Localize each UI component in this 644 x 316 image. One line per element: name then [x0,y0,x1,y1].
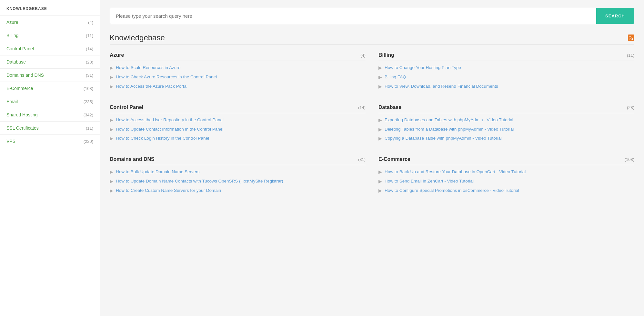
svg-point-0 [629,39,630,40]
kb-article[interactable]: ▶ How to Update Contact Information in t… [110,126,366,133]
kb-article[interactable]: ▶ Deleting Tables from a Database with p… [378,126,634,133]
article-icon: ▶ [378,117,382,123]
article-link[interactable]: How to Update Contact Information in the… [116,126,223,133]
sidebar-item-e-commerce[interactable]: E-Commerce (108) [0,82,100,95]
kb-article[interactable]: ▶ How to Check Azure Resources in the Co… [110,74,366,80]
sidebar-item-label: Azure [6,20,18,25]
sidebar-item-label: VPS [6,139,15,144]
article-link[interactable]: How to Access the User Repository in the… [116,117,224,123]
header-divider [110,44,634,44]
search-input[interactable] [110,8,596,24]
article-icon: ▶ [110,188,113,193]
kb-section-title: Control Panel [110,104,143,110]
sidebar-item-billing[interactable]: Billing (11) [0,29,100,42]
kb-article[interactable]: ▶ How to Send Email in ZenCart - Video T… [378,178,634,184]
sidebar-item-label: Email [6,99,18,104]
kb-section-header: Billing (11) [378,52,634,61]
article-link[interactable]: How to Update Domain Name Contacts with … [116,178,283,184]
sidebar-item-control-panel[interactable]: Control Panel (14) [0,42,100,55]
kb-section-billing: Billing (11) ▶ How to Change Your Hostin… [378,52,634,93]
article-link[interactable]: How to Access the Azure Pack Portal [116,84,187,90]
page-title: Knowledgebase [110,33,165,42]
sidebar-item-count: (31) [86,73,93,78]
article-icon: ▶ [110,169,113,174]
article-link[interactable]: How to Scale Resources in Azure [116,65,180,71]
main-content: SEARCH Knowledgebase Azure (4) ▶ How to … [100,0,644,316]
kb-article[interactable]: ▶ How to Access the Azure Pack Portal [110,84,366,90]
kb-article[interactable]: ▶ Exporting Databases and Tables with ph… [378,117,634,123]
article-link[interactable]: Billing FAQ [385,74,406,80]
kb-article[interactable]: ▶ How to View, Download, and Resend Fina… [378,84,634,90]
sidebar-item-count: (108) [84,86,93,91]
kb-article[interactable]: ▶ How to Back Up and Restore Your Databa… [378,169,634,175]
sidebar-item-label: SSL Certificates [6,125,39,131]
sidebar-item-label: Billing [6,33,18,38]
kb-section-count: (4) [360,53,366,58]
sidebar-item-email[interactable]: Email (235) [0,95,100,108]
kb-section-title: E-Commerce [378,156,410,162]
sidebar-item-azure[interactable]: Azure (4) [0,15,100,29]
kb-section-count: (108) [625,157,634,162]
sidebar-item-ssl-certificates[interactable]: SSL Certificates (11) [0,121,100,134]
article-link[interactable]: Deleting Tables from a Database with php… [385,126,514,133]
kb-section-domains-dns: Domains and DNS (31) ▶ How to Bulk Updat… [110,156,366,197]
kb-article[interactable]: ▶ Billing FAQ [378,74,634,80]
kb-section-title: Azure [110,52,124,58]
article-link[interactable]: How to Send Email in ZenCart - Video Tut… [385,178,474,184]
article-link[interactable]: How to Configure Special Promotions in o… [385,188,519,194]
kb-section-count: (14) [358,105,366,110]
article-icon: ▶ [378,127,382,132]
article-icon: ▶ [110,127,113,132]
search-bar: SEARCH [110,8,634,24]
article-link[interactable]: Copying a Database Table with phpMyAdmin… [385,135,502,142]
kb-article[interactable]: ▶ How to Configure Special Promotions in… [378,188,634,194]
sidebar-item-label: Domains and DNS [6,73,44,78]
article-link[interactable]: How to Bulk Update Domain Name Servers [116,169,200,175]
article-icon: ▶ [110,65,113,70]
sidebar-item-domains-and-dns[interactable]: Domains and DNS (31) [0,68,100,82]
article-icon: ▶ [110,117,113,123]
kb-article[interactable]: ▶ Copying a Database Table with phpMyAdm… [378,135,634,142]
article-link[interactable]: How to Check Login History in the Contro… [116,135,209,142]
kb-section-title: Domains and DNS [110,156,155,162]
article-icon: ▶ [378,136,382,141]
kb-article[interactable]: ▶ How to Check Login History in the Cont… [110,135,366,142]
kb-section-control-panel: Control Panel (14) ▶ How to Access the U… [110,104,366,145]
kb-section-header: Domains and DNS (31) [110,156,366,165]
sidebar-item-label: Database [6,59,26,64]
kb-article[interactable]: ▶ How to Change Your Hosting Plan Type [378,65,634,71]
sidebar-item-label: Shared Hosting [6,112,38,117]
search-button[interactable]: SEARCH [596,8,634,24]
sidebar-item-vps[interactable]: VPS (220) [0,134,100,148]
kb-article[interactable]: ▶ How to Access the User Repository in t… [110,117,366,123]
sidebar-item-count: (342) [84,113,93,117]
kb-article[interactable]: ▶ How to Bulk Update Domain Name Servers [110,169,366,175]
article-link[interactable]: How to Create Custom Name Servers for yo… [116,188,221,194]
article-icon: ▶ [110,136,113,141]
article-link[interactable]: How to Check Azure Resources in the Cont… [116,74,217,80]
sidebar-item-count: (11) [86,33,93,38]
kb-section-title: Billing [378,52,394,58]
kb-article[interactable]: ▶ How to Scale Resources in Azure [110,65,366,71]
kb-grid: Azure (4) ▶ How to Scale Resources in Az… [110,52,634,209]
article-link[interactable]: How to Back Up and Restore Your Database… [385,169,526,175]
article-icon: ▶ [110,74,113,80]
article-icon: ▶ [110,179,113,184]
kb-section-header: Database (28) [378,104,634,113]
article-icon: ▶ [378,179,382,184]
sidebar-item-shared-hosting[interactable]: Shared Hosting (342) [0,108,100,121]
article-link[interactable]: Exporting Databases and Tables with phpM… [385,117,513,123]
article-icon: ▶ [378,188,382,193]
kb-article[interactable]: ▶ How to Update Domain Name Contacts wit… [110,178,366,184]
kb-article[interactable]: ▶ How to Create Custom Name Servers for … [110,188,366,194]
rss-icon[interactable] [628,35,634,41]
article-icon: ▶ [378,65,382,70]
sidebar-item-count: (14) [86,46,93,51]
article-link[interactable]: How to View, Download, and Resend Financ… [385,84,498,90]
kb-section-count: (28) [627,105,634,110]
sidebar-item-label: E-Commerce [6,86,33,91]
page-header: Knowledgebase [110,33,634,42]
article-link[interactable]: How to Change Your Hosting Plan Type [385,65,461,71]
sidebar-item-database[interactable]: Database (28) [0,55,100,68]
sidebar-item-count: (235) [84,99,93,104]
